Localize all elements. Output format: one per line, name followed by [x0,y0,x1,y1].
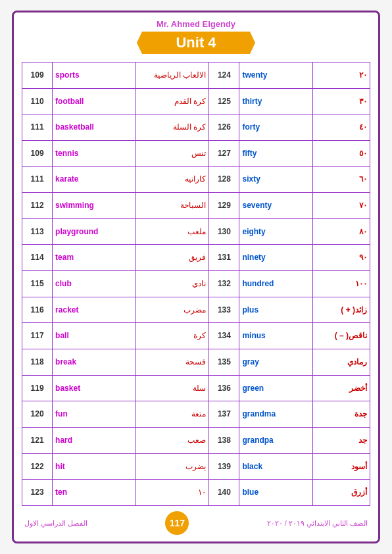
left-num: 115 [22,271,53,297]
left-num: 117 [22,323,53,349]
footer: الفصل الدراسي الاول 117 الصف الثاني الاب… [22,511,370,535]
left-arabic: متعة [136,401,209,428]
left-english: basket [53,375,136,401]
page-number: 117 [165,511,189,535]
right-arabic: جد [312,427,370,453]
left-english: swimming [53,193,136,219]
left-num: 120 [22,401,53,428]
left-english: hit [53,453,136,480]
page: Mr. Ahmed Elgendy Unit 4 109 sports الال… [12,11,380,543]
right-arabic: أسود [312,453,370,480]
right-arabic: ٢٠ [312,63,370,89]
right-num: 125 [209,88,239,114]
left-arabic: نادي [136,271,209,297]
right-english: grandpa [239,427,312,453]
right-english: seventy [239,193,312,219]
left-num: 110 [22,88,53,114]
left-num: 119 [22,375,53,401]
left-english: hard [53,427,136,453]
right-english: gray [239,349,312,376]
left-num: 116 [22,297,53,323]
right-num: 124 [209,63,239,89]
right-arabic: ٣٠ [312,88,370,114]
right-num: 132 [209,271,239,297]
table-row: 111 basketball كرة السلة 126 forty ٤٠ [22,114,370,141]
right-num: 136 [209,375,239,401]
left-arabic: سلة [136,375,209,401]
right-english: twenty [239,63,312,89]
left-english: racket [53,297,136,323]
right-num: 130 [209,218,239,245]
unit-title: Unit 4 [137,32,255,54]
left-num: 121 [22,427,53,453]
table-row: 113 playground ملعب 130 eighty ٨٠ [22,218,370,245]
footer-right: الصف الثاني الابتدائي ٢٠١٩ / ٢٠٢٠ [267,519,368,528]
left-english: club [53,271,136,297]
right-num: 126 [209,114,239,141]
vocab-table: 109 sports الالعاب الرياضية 124 twenty ٢… [22,62,370,506]
left-num: 114 [22,245,53,271]
left-arabic: ١٠ [136,480,209,506]
table-row: 110 football كرة القدم 125 thirty ٣٠ [22,88,370,114]
left-arabic: السباحة [136,193,209,219]
right-arabic: رمادي [312,349,370,376]
right-num: 127 [209,140,239,166]
table-row: 109 tennis تنس 127 fifty ٥٠ [22,140,370,166]
right-arabic: ٩٠ [312,245,370,271]
left-english: ten [53,480,136,506]
left-arabic: كاراتيه [136,166,209,193]
left-num: 111 [22,166,53,193]
left-english: karate [53,166,136,193]
teacher-name: Mr. Ahmed Elgendy [22,19,370,29]
left-arabic: تنس [136,140,209,166]
left-english: break [53,349,136,376]
right-english: grandma [239,401,312,428]
right-num: 134 [209,323,239,349]
right-arabic: ناقص( – ) [312,323,370,349]
right-num: 139 [209,453,239,480]
right-english: sixty [239,166,312,193]
left-arabic: فسحة [136,349,209,376]
right-arabic: ٦٠ [312,166,370,193]
right-arabic: ٤٠ [312,114,370,141]
right-english: minus [239,323,312,349]
right-arabic: ١٠٠ [312,271,370,297]
left-arabic: ملعب [136,218,209,245]
left-english: fun [53,401,136,428]
left-english: football [53,88,136,114]
table-row: 118 break فسحة 135 gray رمادي [22,349,370,376]
right-arabic: أزرق [312,480,370,506]
left-num: 113 [22,218,53,245]
right-english: blue [239,480,312,506]
right-arabic: جدة [312,401,370,428]
right-arabic: ٥٠ [312,140,370,166]
left-num: 109 [22,140,53,166]
right-english: ninety [239,245,312,271]
left-arabic: كرة القدم [136,88,209,114]
right-num: 137 [209,401,239,428]
table-row: 121 hard صعب 138 grandpa جد [22,427,370,453]
left-english: tennis [53,140,136,166]
left-num: 112 [22,193,53,219]
left-arabic: يضرب [136,453,209,480]
table-row: 115 club نادي 132 hundred ١٠٠ [22,271,370,297]
table-row: 112 swimming السباحة 129 seventy ٧٠ [22,193,370,219]
table-row: 120 fun متعة 137 grandma جدة [22,401,370,428]
table-row: 116 racket مضرب 133 plus زائد( + ) [22,297,370,323]
right-num: 128 [209,166,239,193]
left-english: ball [53,323,136,349]
right-num: 135 [209,349,239,376]
footer-left: الفصل الدراسي الاول [24,519,87,528]
left-english: basketball [53,114,136,141]
right-arabic: ٧٠ [312,193,370,219]
right-num: 131 [209,245,239,271]
right-num: 129 [209,193,239,219]
right-english: hundred [239,271,312,297]
table-row: 123 ten ١٠ 140 blue أزرق [22,480,370,506]
table-row: 119 basket سلة 136 green أخضر [22,375,370,401]
left-num: 123 [22,480,53,506]
left-english: sports [53,63,136,89]
table-row: 117 ball كرة 134 minus ناقص( – ) [22,323,370,349]
right-arabic: أخضر [312,375,370,401]
right-arabic: زائد( + ) [312,297,370,323]
